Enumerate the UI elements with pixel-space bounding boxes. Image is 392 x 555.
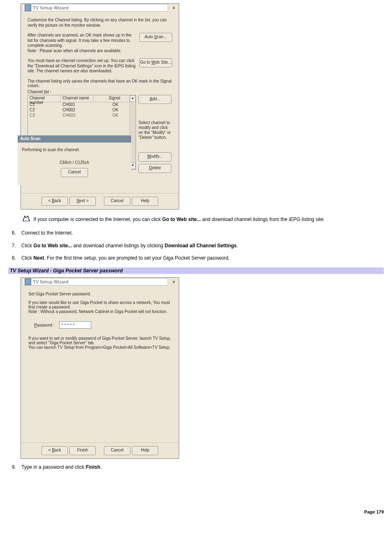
list-item[interactable]: C3 CH003 OK bbox=[28, 113, 136, 118]
add-button[interactable]: Add... bbox=[138, 95, 171, 104]
window-title: TV Setup Wizard bbox=[33, 279, 69, 284]
pw-line3: If you want to set or modify password of… bbox=[28, 336, 171, 350]
note-paragraph: If your computer is connected to the Int… bbox=[22, 215, 384, 224]
titlebar: TV Setup Wizard × bbox=[21, 278, 179, 286]
pw-line2: If you later would like to use Giga Pock… bbox=[28, 300, 171, 314]
list-header: Channel number Channel name Signal bbox=[28, 95, 136, 102]
back-button[interactable]: < Back bbox=[42, 446, 68, 455]
figure-caption: TV Setup Wizard - Giga Pocket Server pas… bbox=[8, 267, 384, 274]
steps-list-2: Type in a password and click Finish. bbox=[8, 464, 384, 471]
close-icon[interactable]: × bbox=[171, 6, 177, 10]
step-6: Connect to the Internet. bbox=[17, 230, 384, 237]
cancel-button[interactable]: Cancel bbox=[104, 446, 130, 455]
pw-line1: Set Giga Pocket Server password. bbox=[28, 292, 171, 296]
autoscan-title: Auto Scan bbox=[18, 136, 131, 143]
list-item[interactable]: C2 CH002 OK bbox=[28, 108, 136, 113]
step-9: Type in a password and click Finish. bbox=[17, 464, 384, 471]
autoscan-msg: Performing to scan the channel. bbox=[18, 143, 131, 153]
go-to-web-site-button[interactable]: Go to Web Site... bbox=[139, 58, 172, 67]
close-icon[interactable]: × bbox=[171, 280, 177, 284]
delete-button[interactable]: Delete bbox=[138, 164, 171, 173]
tv-setup-wizard-password-dialog: TV Setup Wizard × Set Giga Pocket Server… bbox=[21, 277, 179, 459]
step-8: Click Next. For the first time setup, yo… bbox=[17, 255, 384, 262]
help-button[interactable]: Help bbox=[132, 446, 158, 455]
cancel-button[interactable]: Cancel bbox=[104, 197, 130, 206]
step-7: Click Go to Web site... and download cha… bbox=[17, 242, 384, 249]
auto-scan-dialog: Auto Scan Performing to scan the channel… bbox=[18, 135, 131, 185]
note-icon bbox=[22, 215, 30, 224]
autoscan-channel: C68ch / C125ch bbox=[18, 160, 131, 165]
wizard-nav: < Back Next > Cancel Help bbox=[21, 193, 179, 209]
auto-scan-button[interactable]: Auto Scan... bbox=[139, 33, 172, 42]
password-input[interactable] bbox=[59, 321, 91, 329]
web-text: You must have an internet connection set… bbox=[28, 58, 139, 74]
autoscan-cancel-button[interactable]: Cancel bbox=[61, 168, 88, 177]
scroll-up-icon[interactable]: ▲ bbox=[130, 95, 136, 102]
channel-list-label: Channel list : bbox=[28, 90, 172, 94]
modify-button[interactable]: Modify... bbox=[138, 152, 171, 161]
list-item[interactable]: C1 CH001 OK bbox=[28, 102, 136, 108]
app-icon bbox=[25, 279, 31, 285]
list-note: The channel listing only saves the chann… bbox=[28, 79, 172, 88]
password-label: Password : bbox=[34, 323, 54, 327]
page-number: Page 179 bbox=[0, 509, 384, 514]
steps-list: Connect to the Internet. Click Go to Web… bbox=[8, 230, 384, 262]
app-icon bbox=[25, 5, 31, 11]
titlebar: TV Setup Wizard × bbox=[21, 4, 179, 12]
side-hint: Select channel to modify and click on th… bbox=[138, 120, 172, 140]
next-button[interactable]: Next > bbox=[69, 197, 96, 206]
back-button[interactable]: < Back bbox=[42, 197, 68, 206]
wizard-nav: < Back Finish Cancel Help bbox=[21, 442, 179, 458]
col-channel-name[interactable]: Channel name bbox=[61, 95, 94, 102]
tv-setup-wizard-channel-dialog: TV Setup Wizard × Customize the Channel … bbox=[21, 3, 179, 210]
intro-text: Customize the Channel listing. By clicki… bbox=[28, 18, 172, 28]
col-channel-number[interactable]: Channel number bbox=[28, 95, 61, 102]
window-title: TV Setup Wizard bbox=[33, 5, 69, 10]
scan-text: After channels are scanned, an OK mark s… bbox=[28, 33, 139, 53]
help-button[interactable]: Help bbox=[132, 197, 158, 206]
finish-button[interactable]: Finish bbox=[69, 446, 96, 455]
